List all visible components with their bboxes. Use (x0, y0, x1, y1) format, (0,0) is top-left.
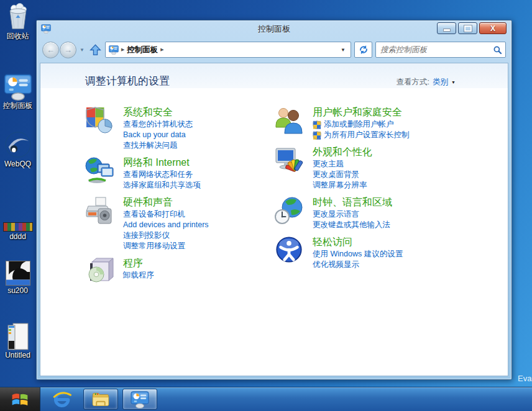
category-link-label: 添加或删除用户帐户 (324, 119, 394, 130)
taskbar (0, 387, 532, 411)
category-link[interactable]: 优化视频显示 (313, 260, 403, 270)
windows-logo-icon (11, 392, 29, 407)
up-button[interactable] (89, 43, 102, 56)
category-link[interactable]: 调整常用移动设置 (123, 241, 209, 251)
category-link[interactable]: 更改主题 (313, 159, 372, 169)
category-link[interactable]: Back up your data (123, 130, 193, 140)
category-link[interactable]: 查看网络状态和任务 (123, 169, 201, 180)
desktop-icon-recycle-bin[interactable]: 回收站 (0, 2, 35, 40)
desktop-icon-label: WebQQ (0, 160, 35, 168)
user-accounts-icon[interactable] (274, 106, 304, 135)
folder-icon (91, 390, 110, 409)
category-title[interactable]: 系统和安全 (123, 106, 193, 119)
maximize-icon (464, 25, 472, 32)
category-title[interactable]: 程序 (123, 256, 154, 270)
category-title[interactable]: 轻松访问 (313, 235, 403, 249)
category-link[interactable]: 为所有用户设置家长控制 (313, 130, 410, 140)
recycle-bin-icon (4, 2, 32, 31)
category-link[interactable]: 更改桌面背景 (313, 169, 372, 180)
category-hardware-and-sound: 硬件和声音 查看设备和打印机 Add devices and printers … (85, 196, 274, 251)
breadcrumb-control-panel-icon (109, 45, 119, 55)
uac-shield-icon (313, 120, 321, 129)
category-title[interactable]: 用户帐户和家庭安全 (313, 106, 410, 119)
desktop-icon-label: 回收站 (0, 32, 35, 40)
navigation-bar: ← → ▼ ▶ 控制面板 ▶ ▼ (37, 37, 511, 63)
control-panel-icon (4, 72, 32, 101)
recent-pages-chevron-icon[interactable]: ▼ (80, 47, 85, 53)
taskbar-explorer-button[interactable] (83, 389, 118, 410)
forward-button[interactable]: → (60, 42, 76, 58)
view-by-label: 查看方式: (397, 77, 429, 88)
control-panel-window: 控制面板 ← → ▼ ▶ 控制面板 ▶ ▼ 调整计算机的设置 (36, 20, 512, 380)
control-panel-icon (131, 390, 149, 409)
category-link[interactable]: 卸载程序 (123, 270, 154, 281)
minimize-button[interactable] (437, 22, 456, 34)
desktop-icon-untitled[interactable]: Untitled (0, 323, 35, 359)
category-title[interactable]: 外观和个性化 (313, 145, 372, 159)
view-by-dropdown-icon[interactable]: ▼ (451, 80, 456, 84)
breadcrumb-root[interactable]: 控制面板 (127, 45, 158, 55)
close-icon (490, 24, 495, 33)
category-link[interactable]: 查看设备和打印机 (123, 209, 209, 220)
taskbar-internet-explorer-button[interactable] (45, 389, 79, 410)
image-thumbnail-icon (6, 261, 30, 286)
category-clock-language-region: 时钟、语言和区域 更改显示语言 更改键盘或其他输入法 (274, 196, 508, 230)
category-link[interactable]: 调整屏幕分辨率 (313, 180, 372, 191)
internet-explorer-icon (53, 390, 71, 409)
desktop-icon-label: su200 (0, 287, 35, 295)
back-button[interactable]: ← (42, 42, 59, 58)
category-link[interactable]: 查找并解决问题 (123, 140, 193, 151)
search-box[interactable] (375, 42, 506, 58)
category-network-and-internet: 网络和 Internet 查看网络状态和任务 选择家庭组和共享选项 (85, 156, 274, 191)
desktop-icon-label: dddd (0, 233, 35, 241)
programs-icon[interactable] (85, 256, 114, 286)
category-title[interactable]: 时钟、语言和区域 (313, 196, 392, 209)
maximize-button[interactable] (458, 22, 477, 34)
view-by-control: 查看方式: 类别 ▼ (397, 77, 456, 88)
category-link[interactable]: 查看您的计算机状态 (123, 119, 193, 130)
address-bar[interactable]: ▶ 控制面板 ▶ ▼ (105, 42, 351, 58)
appearance-personalization-icon[interactable] (274, 145, 304, 175)
screenshot-thumbnail-icon (7, 323, 29, 350)
desktop-icon-control-panel[interactable]: 控制面板 (0, 72, 35, 110)
refresh-button[interactable] (354, 42, 372, 58)
category-link[interactable]: Add devices and printers (123, 220, 209, 230)
desktop-icon-dddd[interactable]: dddd (0, 214, 35, 241)
clock-language-region-icon[interactable] (274, 196, 304, 225)
ease-of-access-icon[interactable] (274, 235, 304, 264)
hardware-sound-icon[interactable] (85, 196, 114, 225)
start-button[interactable] (0, 387, 40, 411)
category-link-label: 为所有用户设置家长控制 (324, 130, 410, 140)
desktop-watermark: Eva (518, 374, 531, 383)
search-icon[interactable] (493, 45, 502, 55)
network-internet-icon[interactable] (85, 156, 114, 186)
search-input[interactable] (379, 45, 493, 55)
category-link[interactable]: 更改键盘或其他输入法 (313, 220, 392, 230)
system-security-icon[interactable] (85, 106, 114, 135)
category-link[interactable]: 连接到投影仪 (123, 230, 209, 241)
breadcrumb-arrow-icon: ▶ (121, 47, 124, 52)
category-title[interactable]: 网络和 Internet (123, 156, 201, 169)
page-title: 调整计算机的设置 (85, 75, 170, 88)
taskbar-control-panel-button[interactable] (122, 389, 157, 410)
category-title[interactable]: 硬件和声音 (123, 196, 209, 209)
category-link[interactable]: 选择家庭组和共享选项 (123, 180, 201, 191)
address-dropdown-icon[interactable]: ▼ (339, 47, 347, 53)
category-programs: 程序 卸载程序 (85, 256, 274, 286)
control-panel-home: 调整计算机的设置 查看方式: 类别 ▼ 系统和安全 查看您的计算机状态 Back… (40, 63, 508, 376)
category-system-and-security: 系统和安全 查看您的计算机状态 Back up your data 查找并解决问… (85, 106, 274, 151)
titlebar[interactable]: 控制面板 (37, 20, 511, 37)
close-button[interactable] (479, 22, 507, 34)
minimize-icon (443, 29, 451, 32)
desktop-icon-label: 控制面板 (0, 102, 35, 110)
uac-shield-icon (313, 131, 321, 140)
category-link[interactable]: 添加或删除用户帐户 (313, 119, 410, 130)
view-by-value-link[interactable]: 类别 (433, 77, 448, 88)
desktop-icon-webqq[interactable]: WebQQ (0, 130, 35, 168)
category-link[interactable]: 使用 Windows 建议的设置 (313, 249, 403, 260)
desktop-icon-su200[interactable]: su200 (0, 261, 35, 295)
category-link[interactable]: 更改显示语言 (313, 209, 392, 220)
desktop-icon-label: Untitled (0, 351, 35, 359)
breadcrumb-arrow-icon[interactable]: ▶ (160, 47, 163, 52)
category-appearance-personalization: 外观和个性化 更改主题 更改桌面背景 调整屏幕分辨率 (274, 145, 508, 191)
